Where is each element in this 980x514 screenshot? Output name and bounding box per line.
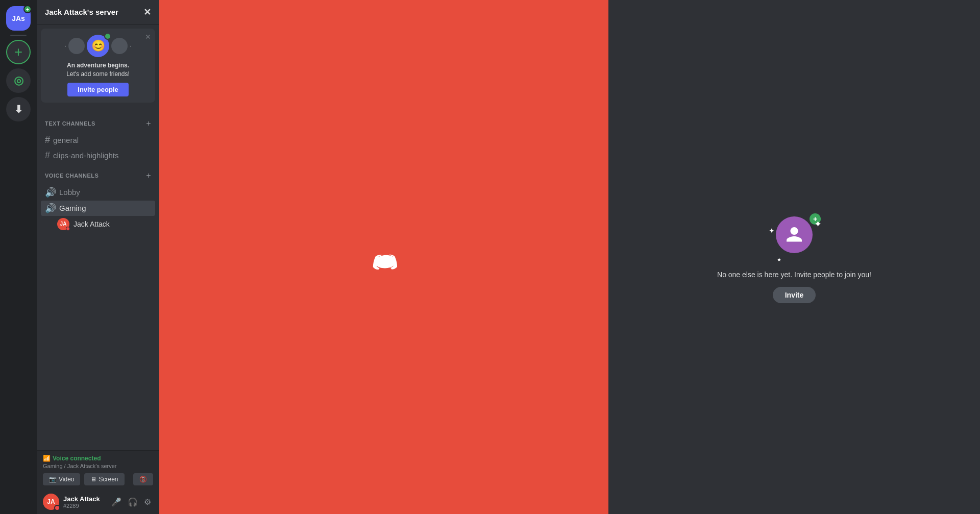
discovery-icon[interactable]: ◎: [6, 68, 31, 93]
disconnect-button[interactable]: 📵: [133, 473, 153, 485]
server-sidebar: JAs + + ◎ ⬇: [0, 0, 37, 514]
screen-icon: 🖥: [90, 476, 96, 483]
text-channels-label: TEXT CHANNELS: [45, 120, 95, 127]
deafen-button[interactable]: 🎧: [126, 496, 140, 508]
channels-list: TEXT CHANNELS + # general # clips-and-hi…: [37, 107, 159, 450]
main-content: + ✦ ✦ ★ No one else is here yet. Invite …: [159, 0, 980, 514]
text-channels-header[interactable]: TEXT CHANNELS +: [45, 117, 151, 130]
channel-lobby-name: Lobby: [59, 188, 80, 197]
banner-dot-right: ·: [130, 42, 131, 50]
server-icon-label: JAs: [12, 14, 25, 22]
member-avatar: JA: [57, 218, 69, 230]
server-header[interactable]: Jack Attack's server ✕: [37, 0, 159, 25]
download-icon[interactable]: ⬇: [6, 97, 31, 121]
speaker-icon: 🔊: [45, 187, 56, 198]
server-divider: [10, 35, 27, 36]
banner-avatar-left: [68, 38, 85, 54]
server-icon-home[interactable]: JAs +: [6, 6, 31, 31]
video-panel: [159, 0, 608, 514]
close-icon[interactable]: ✕: [143, 7, 151, 18]
speaker-icon-2: 🔊: [45, 203, 56, 214]
add-text-channel-icon[interactable]: +: [146, 119, 151, 128]
user-info: Jack Attack #2289: [63, 495, 105, 509]
banner-icons: · 😊 ·: [47, 35, 149, 57]
channel-clips[interactable]: # clips-and-highlights: [41, 148, 155, 163]
voice-actions: 📷 Video 🖥 Screen 📵: [43, 473, 153, 485]
video-icon: 📷: [49, 476, 57, 483]
member-initials: JA: [60, 221, 67, 227]
channel-sidebar: Jack Attack's server ✕ ✕ · 😊 · An advent…: [37, 0, 159, 514]
invite-graphic: + ✦ ✦ ★: [764, 211, 825, 262]
voice-channels-header[interactable]: VOICE CHANNELS +: [45, 169, 151, 182]
server-name: Jack Attack's server: [45, 8, 118, 16]
voice-member-name: Jack Attack: [74, 220, 110, 228]
user-avatar-initials: JA: [47, 498, 55, 505]
invite-people-button[interactable]: Invite people: [67, 83, 128, 96]
channel-general[interactable]: # general: [41, 133, 155, 148]
channel-clips-name: clips-and-highlights: [53, 151, 118, 160]
signal-icon: 📶: [43, 455, 51, 462]
user-controls: 🎤 🎧 ⚙: [109, 496, 153, 508]
star-bottom: ★: [777, 257, 781, 262]
user-panel: JA Jack Attack #2289 🎤 🎧 ⚙: [37, 489, 159, 514]
invite-message: No one else is here yet. Invite people t…: [717, 271, 871, 279]
banner-close-icon[interactable]: ✕: [145, 33, 151, 41]
user-status-ring: [54, 505, 60, 511]
badge-text: +: [26, 7, 29, 12]
add-voice-channel-icon[interactable]: +: [146, 171, 151, 180]
svg-point-1: [386, 260, 391, 265]
add-server-button[interactable]: +: [6, 40, 31, 64]
voice-channel-info: Gaming / Jack Attack's server: [43, 463, 153, 469]
voice-member-jack[interactable]: JA Jack Attack: [41, 216, 155, 232]
invite-person-icon: [785, 226, 803, 244]
voice-channels-category: VOICE CHANNELS +: [37, 167, 159, 184]
video-area: + ✦ ✦ ★ No one else is here yet. Invite …: [159, 0, 980, 514]
invite-banner: ✕ · 😊 · An adventure begins. Let's add s…: [41, 29, 155, 103]
banner-dot-left: ·: [65, 42, 66, 50]
voice-connected-label: 📶 Voice connected: [43, 455, 153, 462]
hash-icon: #: [45, 135, 50, 145]
hash-icon-2: #: [45, 150, 50, 161]
channel-lobby[interactable]: 🔊 Lobby: [41, 185, 155, 200]
status-dot: [66, 227, 70, 231]
channel-gaming[interactable]: 🔊 Gaming: [41, 201, 155, 216]
invite-button[interactable]: Invite: [773, 287, 816, 303]
invite-banner-title: An adventure begins. Let's add some frie…: [47, 61, 149, 79]
user-avatar: JA: [43, 494, 59, 510]
sparkle-left: ✦: [769, 227, 775, 235]
banner-avatar-right: [111, 38, 128, 54]
screen-button[interactable]: 🖥 Screen: [84, 473, 124, 485]
discord-logo: [363, 242, 404, 273]
disconnect-icon: 📵: [139, 476, 147, 483]
user-name: Jack Attack: [63, 495, 105, 503]
invite-panel: + ✦ ✦ ★ No one else is here yet. Invite …: [608, 0, 980, 514]
green-dot: [104, 33, 111, 40]
svg-point-0: [379, 260, 384, 265]
sparkle-right: ✦: [814, 218, 822, 230]
invite-avatar: [776, 216, 813, 253]
notification-badge: +: [23, 5, 32, 13]
channel-gaming-name: Gaming: [59, 204, 86, 212]
mute-button[interactable]: 🎤: [109, 496, 124, 508]
voice-channels-label: VOICE CHANNELS: [45, 173, 99, 179]
text-channels-category: TEXT CHANNELS +: [37, 115, 159, 132]
settings-button[interactable]: ⚙: [142, 496, 153, 508]
user-tag: #2289: [63, 503, 105, 509]
video-button[interactable]: 📷 Video: [43, 473, 80, 485]
channel-general-name: general: [53, 136, 79, 144]
banner-avatar-main: 😊: [87, 35, 109, 57]
voice-status-bar: 📶 Voice connected Gaming / Jack Attack's…: [37, 450, 159, 489]
